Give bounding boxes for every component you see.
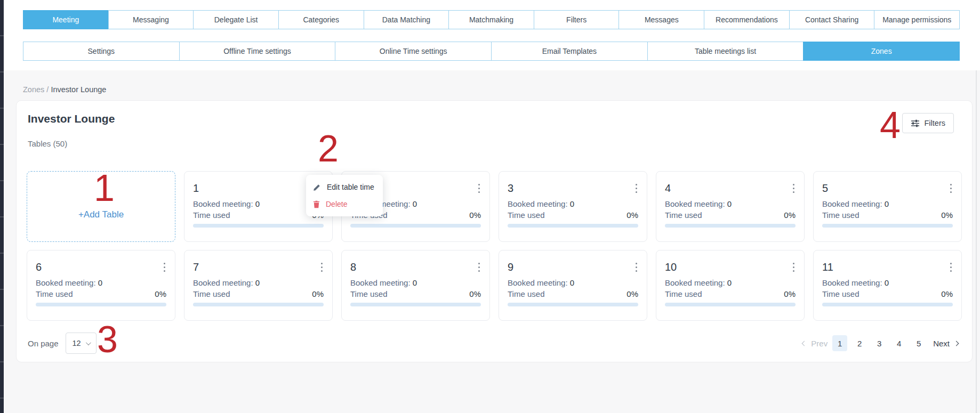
table-number: 9 (508, 262, 638, 272)
time-used-percent: 0% (469, 289, 481, 298)
table-card: 11 Booked meeting: 0 Time used 0% (813, 250, 962, 321)
kebab-menu-icon[interactable] (474, 262, 484, 272)
time-used-progressbar (665, 303, 796, 306)
breadcrumb-zones-link[interactable]: Zones (23, 85, 44, 94)
kebab-menu-icon[interactable] (474, 183, 484, 193)
primary-tab[interactable]: Manage permissions (874, 10, 960, 29)
booked-meeting-label: Booked meeting: (36, 278, 96, 287)
per-page-control: On page 12 (28, 333, 97, 354)
page-number-button[interactable]: 5 (911, 335, 926, 351)
kebab-menu-icon[interactable] (317, 262, 326, 272)
time-used-progressbar (193, 224, 324, 228)
secondary-tab[interactable]: Table meetings list (647, 42, 804, 61)
table-card: 9 Booked meeting: 0 Time used 0% (499, 250, 647, 321)
per-page-select[interactable]: 12 (66, 333, 97, 354)
tables-grid: +Add Table 1 Booked meeting: 0 Time used… (27, 171, 962, 321)
kebab-menu-icon[interactable] (946, 262, 955, 272)
secondary-tab[interactable]: Email Templates (491, 42, 648, 61)
per-page-value: 12 (72, 339, 81, 347)
primary-tab[interactable]: Meeting (23, 10, 109, 29)
booked-meeting-label: Booked meeting: (822, 278, 882, 287)
booked-meeting-label: Booked meeting: (508, 199, 568, 208)
booked-meeting-value: 0 (885, 199, 889, 208)
primary-tab[interactable]: Messages (618, 10, 704, 29)
time-used-progressbar (350, 224, 481, 228)
booked-meeting-label: Booked meeting: (822, 199, 882, 208)
booked-meeting-label: Booked meeting: (350, 278, 411, 287)
time-used-label: Time used (350, 289, 387, 298)
next-page-button[interactable]: Next (933, 339, 958, 348)
secondary-tab[interactable]: Settings (23, 42, 180, 61)
page-number-button[interactable]: 2 (852, 335, 867, 351)
delete-label: Delete (326, 200, 347, 208)
kebab-menu-icon[interactable] (946, 183, 955, 193)
edit-table-time-menu-item[interactable]: Edit table time (306, 179, 383, 196)
table-number: 3 (508, 183, 638, 193)
time-used-label: Time used (822, 289, 859, 298)
booked-meeting-value: 0 (255, 199, 260, 208)
time-used-progressbar (665, 224, 796, 228)
table-number: 5 (822, 183, 953, 193)
time-used-label: Time used (665, 289, 702, 298)
primary-tab[interactable]: Data Matching (364, 10, 449, 29)
filters-button[interactable]: Filters (902, 113, 954, 133)
table-card: 4 Booked meeting: 0 Time used 0% (656, 171, 805, 242)
table-card: 7 Booked meeting: 0 Time used 0% (184, 250, 333, 321)
primary-tab-bar: MeetingMessagingDelegate ListCategoriesD… (23, 10, 960, 29)
time-used-percent: 0% (155, 289, 166, 298)
primary-tab[interactable]: Contact Sharing (789, 10, 875, 29)
time-used-label: Time used (193, 210, 230, 220)
kebab-menu-icon[interactable] (789, 183, 798, 193)
booked-meeting-value: 0 (413, 278, 417, 287)
booked-meeting-label: Booked meeting: (193, 278, 253, 287)
zone-panel: Investor Lounge Filters Tables (50) +Add… (16, 100, 973, 362)
booked-meeting-value: 0 (98, 278, 102, 287)
chevron-down-icon (86, 340, 91, 345)
primary-tab[interactable]: Filters (534, 10, 620, 29)
delete-menu-item[interactable]: Delete (306, 196, 383, 213)
booked-meeting-value: 0 (570, 278, 574, 287)
time-used-progressbar (822, 303, 953, 306)
time-used-progressbar (508, 224, 638, 228)
table-number: 11 (822, 262, 953, 272)
breadcrumb-current: Investor Lounge (51, 85, 106, 94)
booked-meeting-label: Booked meeting: (665, 199, 725, 208)
time-used-label: Time used (193, 289, 230, 298)
edit-table-time-label: Edit table time (327, 183, 374, 191)
page-number-button[interactable]: 3 (872, 335, 887, 351)
secondary-tab[interactable]: Zones (803, 42, 960, 61)
primary-tab[interactable]: Matchmaking (448, 10, 534, 29)
collapsed-sidebar-rail[interactable] (0, 0, 4, 413)
booked-meeting-value: 0 (570, 199, 574, 208)
add-table-card[interactable]: +Add Table (27, 171, 175, 242)
breadcrumb: Zones / Investor Lounge (23, 85, 106, 94)
secondary-tab[interactable]: Online Time settings (335, 42, 492, 61)
time-used-percent: 0% (784, 289, 796, 298)
time-used-progressbar (822, 224, 953, 228)
kebab-menu-icon[interactable] (631, 183, 641, 193)
kebab-menu-icon[interactable] (789, 262, 798, 272)
pencil-icon (313, 183, 321, 191)
table-number: 10 (665, 262, 796, 272)
table-number: 8 (350, 262, 481, 272)
primary-tab[interactable]: Messaging (108, 10, 194, 29)
primary-tab[interactable]: Recommendations (704, 10, 790, 29)
kebab-menu-icon[interactable] (159, 262, 169, 272)
time-used-progressbar (350, 303, 481, 306)
primary-tab[interactable]: Categories (278, 10, 364, 29)
scrollbar-track[interactable] (976, 70, 977, 413)
secondary-tab[interactable]: Offline Time settings (179, 42, 336, 61)
page-number-button[interactable]: 1 (832, 335, 847, 351)
chevron-left-icon (802, 341, 807, 346)
time-used-percent: 0% (941, 210, 953, 220)
page-number-button[interactable]: 4 (891, 335, 906, 351)
booked-meeting-value: 0 (885, 278, 889, 287)
page-title: Investor Lounge (28, 112, 115, 125)
time-used-percent: 0% (312, 289, 324, 298)
table-context-menu: Edit table time Delete (306, 175, 383, 216)
primary-tab[interactable]: Delegate List (193, 10, 279, 29)
add-table-label: +Add Table (78, 209, 124, 220)
prev-page-button[interactable]: Prev (802, 339, 828, 348)
time-used-percent: 0% (784, 210, 796, 220)
kebab-menu-icon[interactable] (631, 262, 641, 272)
